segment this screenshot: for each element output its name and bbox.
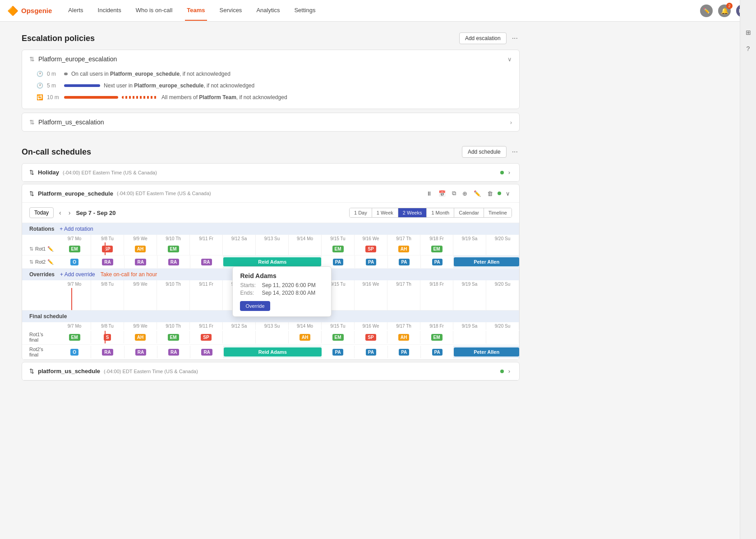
tooltip-ends-label: Ends: — [240, 290, 258, 296]
pause-icon[interactable]: ⏸ — [424, 189, 434, 198]
rot2-edit[interactable]: ✏️ — [47, 259, 54, 265]
rot1-chip-8[interactable]: EM — [332, 246, 344, 252]
dh-5: 9/12 Sa — [223, 235, 256, 242]
rf1-chip-11[interactable]: EM — [431, 334, 443, 341]
add-escalation-button[interactable]: Add escalation — [459, 32, 507, 44]
rot2-chip-10[interactable]: PA — [399, 259, 409, 265]
rf2-d11: PA — [421, 346, 454, 358]
help-icon[interactable]: ? — [743, 43, 754, 54]
escalation-more-btn[interactable]: ··· — [510, 32, 520, 44]
rf1-chip-3[interactable]: EM — [168, 334, 179, 341]
nav-teams[interactable]: Teams — [185, 0, 207, 21]
us-schedule-actions: › — [500, 367, 512, 375]
rot2-reid-chip[interactable]: Reid Adams — [223, 257, 321, 266]
rf1-chip-2[interactable]: AH — [135, 334, 146, 341]
europe-escalation-header[interactable]: ⇅ Platform_europe_escalation ∨ — [22, 50, 519, 68]
holiday-expand-btn[interactable]: › — [507, 168, 512, 177]
us-expand-btn[interactable]: › — [507, 367, 512, 375]
rf2-peter-chip[interactable]: Peter Allen — [454, 347, 519, 356]
rot2-chip-0[interactable]: O — [70, 259, 78, 265]
rf2-chip-0[interactable]: O — [70, 349, 78, 356]
nav-services[interactable]: Services — [218, 0, 244, 21]
rot1-edit[interactable]: ✏️ — [47, 246, 54, 252]
us-escalation-header[interactable]: ⇅ Platform_us_escalation › — [22, 113, 519, 131]
layout-icon[interactable]: ⊞ — [743, 27, 754, 38]
oncall-more-btn[interactable]: ··· — [510, 146, 520, 158]
rf1-chip-0[interactable]: EM — [69, 334, 80, 341]
take-oncall-btn[interactable]: Take on-call for an hour — [101, 271, 157, 278]
nav-settings[interactable]: Settings — [292, 0, 317, 21]
copy-icon[interactable]: ⧉ — [450, 189, 458, 198]
dh-2: 9/9 We — [124, 235, 157, 242]
odh-12: 9/19 Sa — [453, 280, 486, 288]
rf2-chip-1[interactable]: RA — [102, 349, 113, 356]
view-calendar[interactable]: Calendar — [454, 208, 484, 217]
rotations-label: Rotations + Add rotation — [22, 223, 519, 235]
us-schedule-header[interactable]: ⇅ platform_us_schedule (-04:00) EDT East… — [22, 362, 519, 380]
edit-sched-icon[interactable]: ✏️ — [472, 189, 483, 198]
rot1-d5 — [223, 242, 256, 255]
view-1day[interactable]: 1 Day — [350, 208, 372, 217]
rf2-reid-chip[interactable]: Reid Adams — [224, 347, 322, 356]
rf1-chip-8[interactable]: EM — [332, 334, 344, 341]
rf2-chip-2[interactable]: RA — [135, 349, 146, 356]
rot1-chip-10[interactable]: AH — [398, 246, 409, 252]
nav-who-is-oncall[interactable]: Who is on-call — [134, 0, 175, 21]
rf1-chip-7[interactable]: AH — [300, 334, 310, 341]
override-button[interactable]: Override — [240, 301, 270, 311]
view-1week[interactable]: 1 Week — [372, 208, 398, 217]
edit-icon-btn[interactable]: ✏️ — [700, 5, 713, 17]
nav-incidents[interactable]: Incidents — [96, 0, 123, 21]
rot1-final-cells: EM S AH EM SP AH EM SP AH EM — [58, 331, 519, 343]
prev-arrow[interactable]: ‹ — [57, 207, 63, 218]
rf1-chip-10[interactable]: AH — [398, 334, 409, 341]
delete-sched-icon[interactable]: 🗑 — [485, 189, 495, 198]
rot2-peter-chip[interactable]: Peter Allen — [454, 257, 519, 266]
rf2-chip-3[interactable]: RA — [168, 349, 179, 356]
rf2-chip-11[interactable]: PA — [432, 349, 443, 356]
rot2-chip-3[interactable]: RA — [168, 259, 179, 265]
view-1month[interactable]: 1 Month — [427, 208, 454, 217]
rot1-chip-1[interactable]: SP — [102, 246, 112, 252]
europe-collapse-btn[interactable]: ∨ — [504, 189, 512, 198]
nav-analytics[interactable]: Analytics — [254, 0, 281, 21]
rot1-d2: AH — [124, 242, 157, 255]
rf2-chip-8[interactable]: PA — [332, 349, 343, 356]
europe-schedule-actions: ⏸ 📅 ⧉ ⊕ ✏️ 🗑 ∨ — [424, 189, 512, 198]
rot1-chip-0[interactable]: EM — [69, 246, 80, 252]
rot2-chip-4[interactable]: RA — [201, 259, 212, 265]
rot2-chip-8[interactable]: PA — [333, 259, 343, 265]
rot2-chip-2[interactable]: RA — [135, 259, 146, 265]
rf2-chip-9[interactable]: PA — [366, 349, 376, 356]
add-override-btn[interactable]: + Add override — [60, 271, 95, 278]
rot2-chip-11[interactable]: PA — [432, 259, 443, 265]
nav-alerts[interactable]: Alerts — [66, 0, 85, 21]
rot2-chip-1[interactable]: RA — [102, 259, 113, 265]
add-schedule-button[interactable]: Add schedule — [462, 146, 507, 158]
rf1-chip-4[interactable]: SP — [201, 334, 211, 341]
add-rotation-btn[interactable]: + Add rotation — [60, 226, 93, 232]
holiday-schedule-header[interactable]: ⇅ Holiday (-04:00) EDT Eastern Time (US … — [22, 164, 519, 182]
rot1-chip-9[interactable]: SP — [365, 246, 376, 252]
rf2-chip-4[interactable]: RA — [201, 349, 212, 356]
odh-9: 9/16 We — [355, 280, 387, 288]
view-2weeks[interactable]: 2 Weeks — [398, 208, 427, 217]
rot1-chip-2[interactable]: AH — [135, 246, 146, 252]
rot1-chip-11[interactable]: EM — [431, 246, 443, 252]
dh-3: 9/10 Th — [157, 235, 190, 242]
rot1-label: ⇅ Rot1 ✏️ — [22, 244, 58, 254]
today-button[interactable]: Today — [29, 207, 54, 218]
notification-btn[interactable]: 🔔 2 — [718, 5, 731, 17]
calendar-add-icon[interactable]: 📅 — [437, 189, 447, 198]
expand-icon-us[interactable]: › — [510, 119, 512, 126]
rf1-chip-9[interactable]: SP — [365, 334, 376, 341]
rf2-chip-10[interactable]: PA — [399, 349, 409, 356]
collapse-icon[interactable]: ∨ — [507, 56, 512, 63]
rot1-chip-3[interactable]: EM — [168, 246, 179, 252]
view-timeline[interactable]: Timeline — [484, 208, 512, 217]
notification-badge: 2 — [726, 3, 733, 9]
time-line-final1 — [105, 331, 106, 343]
clone-icon[interactable]: ⊕ — [461, 189, 469, 198]
next-arrow[interactable]: › — [67, 207, 73, 218]
rot2-chip-9[interactable]: PA — [366, 259, 376, 265]
